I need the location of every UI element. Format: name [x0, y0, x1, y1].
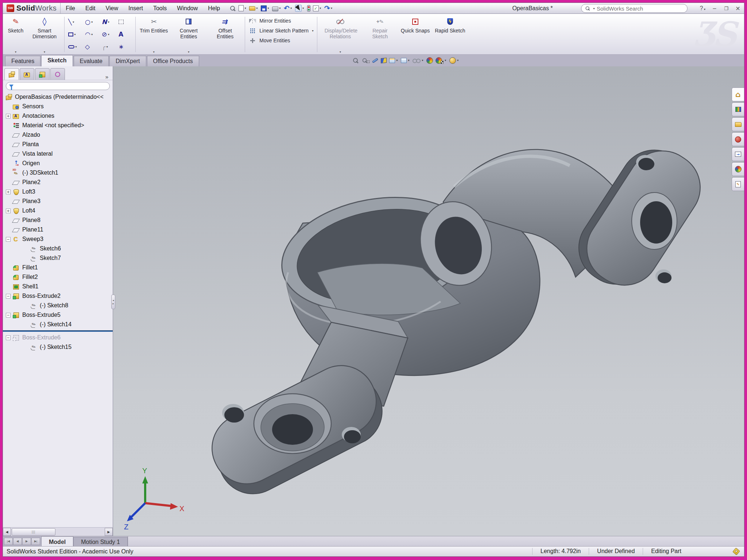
panel-tab-configuration-manager[interactable]: [35, 68, 50, 80]
print-button[interactable]: ▼: [271, 4, 282, 13]
search-dropdown-icon[interactable]: ▼: [593, 7, 595, 10]
previous-view-button[interactable]: [371, 55, 379, 65]
doc-tab-motion-study-1[interactable]: Motion Study 1: [73, 537, 128, 546]
chevron-down-icon[interactable]: ▼: [407, 59, 410, 62]
close-button[interactable]: ✕: [734, 5, 742, 12]
chevron-down-icon[interactable]: ▼: [75, 46, 77, 48]
view-palette-button[interactable]: →: [732, 147, 744, 161]
restore-button[interactable]: ❐: [722, 6, 730, 11]
tab-office-products[interactable]: Office Products: [147, 56, 199, 66]
first-tab-button[interactable]: |◀: [4, 538, 13, 545]
custom-properties-button[interactable]: ✎: [732, 177, 744, 191]
chevron-down-icon[interactable]: ▼: [107, 21, 110, 23]
tree-item-sketch15[interactable]: (-) Sketch15: [3, 342, 113, 352]
menu-insert[interactable]: Insert: [123, 3, 148, 13]
menu-tools[interactable]: Tools: [148, 3, 172, 13]
chevron-down-icon[interactable]: ▼: [457, 59, 459, 62]
chevron-down-icon[interactable]: ▼: [330, 7, 333, 9]
save-button[interactable]: ▼: [260, 4, 270, 13]
panel-splitter-handle[interactable]: ◂▸: [111, 295, 115, 309]
menu-file[interactable]: File: [61, 3, 80, 13]
display-delete-relations-button[interactable]: Display/Delete Relations▼: [319, 15, 362, 54]
tree-item-sketch14[interactable]: (-) Sketch14: [3, 320, 113, 329]
chevron-down-icon[interactable]: ▼: [72, 21, 75, 23]
tree-item-shell1[interactable]: Shell1: [3, 282, 113, 291]
tree-item-sketch6[interactable]: Sketch6: [3, 244, 113, 253]
tree-item-plane8[interactable]: Plane8: [3, 215, 113, 225]
tree-item-3dsketch1[interactable]: (-) 3DSketch1: [3, 168, 113, 178]
sketch-tool-ellipse-button[interactable]: ⊘▼: [100, 29, 116, 39]
section-view-button[interactable]: [380, 55, 388, 65]
edit-appearance-button[interactable]: [425, 55, 434, 65]
tree-item-sweep3[interactable]: −Sweep3: [3, 234, 113, 244]
zoom-to-fit-button[interactable]: [351, 55, 360, 65]
linear-sketch-pattern-button[interactable]: Linear Sketch Pattern▼: [248, 27, 314, 35]
rapid-sketch-button[interactable]: ϟRapid Sketch: [432, 15, 468, 54]
chevron-down-icon[interactable]: ▼: [91, 33, 93, 36]
quick-snaps-button[interactable]: Quick Snaps: [398, 15, 432, 54]
chevron-down-icon[interactable]: ▼: [152, 51, 155, 53]
solidworks-resources-button[interactable]: ⌂: [732, 88, 744, 101]
convert-entities-button[interactable]: Convert Entities▼: [170, 15, 207, 54]
sketch-button[interactable]: ✎Sketch▼: [5, 15, 26, 54]
chevron-down-icon[interactable]: ▼: [106, 46, 108, 48]
undo-button[interactable]: ↶▼: [283, 4, 293, 13]
solidworks-search-box[interactable]: ▼: [581, 4, 688, 13]
part-3d-model[interactable]: Y X Z: [113, 66, 744, 536]
tree-item-sketch8[interactable]: (-) Sketch8: [3, 301, 113, 310]
chevron-down-icon[interactable]: ▼: [421, 59, 424, 62]
tree-item-plane11[interactable]: Plane11: [3, 225, 113, 234]
new-document-button[interactable]: ▼: [238, 4, 247, 13]
tree-item-origen[interactable]: Origen: [3, 159, 113, 168]
tree-item-sensors[interactable]: Sensors: [3, 102, 113, 111]
appearances-scenes-button[interactable]: [732, 162, 744, 176]
expander-plus-icon[interactable]: +: [6, 209, 11, 213]
expander-minus-icon[interactable]: −: [6, 313, 11, 318]
sketch-tool-point-button[interactable]: ∗: [117, 42, 133, 52]
chevron-down-icon[interactable]: ▼: [339, 51, 341, 53]
chevron-down-icon[interactable]: ▼: [396, 59, 398, 62]
chevron-down-icon[interactable]: ▼: [244, 7, 247, 9]
menu-pin-button[interactable]: [229, 4, 237, 13]
repair-sketch-button[interactable]: +✎Repair Sketch: [362, 15, 398, 54]
expander-plus-icon[interactable]: +: [6, 190, 11, 194]
chevron-down-icon[interactable]: ▼: [256, 7, 258, 9]
tree-item-boss-extrude2[interactable]: −Boss-Extrude2: [3, 291, 113, 301]
sketch-tool-spline-button[interactable]: N▼: [100, 17, 116, 27]
tree-item-planta[interactable]: Planta: [3, 140, 113, 149]
chevron-down-icon[interactable]: ▼: [279, 7, 281, 9]
search-button[interactable]: [732, 132, 744, 146]
filter-input[interactable]: [16, 83, 107, 89]
smart-dimension-button[interactable]: ◊Smart Dimension▼: [26, 15, 63, 54]
tag-icon[interactable]: [732, 548, 740, 555]
sketch-tool-rectangle-button[interactable]: ▼: [67, 29, 83, 39]
tree-item-boss-extrude5[interactable]: −Boss-Extrude5: [3, 310, 113, 320]
menu-view[interactable]: View: [101, 3, 123, 13]
previous-tab-button[interactable]: ◀: [13, 538, 22, 545]
chevron-down-icon[interactable]: ▼: [187, 51, 190, 53]
tree-item-loft4[interactable]: +Loft4: [3, 206, 113, 215]
expander-minus-icon[interactable]: −: [6, 237, 11, 242]
menu-help[interactable]: Help: [203, 3, 225, 13]
view-orientation-button[interactable]: ▼: [388, 55, 399, 65]
scroll-right-button[interactable]: ▶: [105, 528, 113, 536]
chevron-down-icon[interactable]: ▼: [290, 7, 293, 9]
chevron-down-icon[interactable]: ▼: [15, 51, 17, 53]
chevron-down-icon[interactable]: ▼: [267, 7, 270, 9]
chevron-down-icon[interactable]: ▼: [444, 59, 447, 62]
next-tab-button[interactable]: ▶: [22, 538, 31, 545]
graphics-viewport[interactable]: Y X Z ⌂→✎: [113, 66, 744, 536]
select-button[interactable]: ▼: [294, 4, 305, 13]
tab-features[interactable]: Features: [5, 56, 40, 66]
tree-item-sketch7[interactable]: Sketch7: [3, 253, 113, 263]
zoom-to-area-button[interactable]: [360, 55, 371, 65]
rebuild-traffic-light-button[interactable]: [306, 4, 311, 13]
sketch-tool-sketch-fillet-button[interactable]: ╭▼: [100, 42, 116, 52]
tree-item-plane2[interactable]: Plane2: [3, 178, 113, 187]
tab-sketch[interactable]: Sketch: [41, 55, 73, 66]
tree-item-vista-lateral[interactable]: Vista lateral: [3, 149, 113, 159]
hide-show-items-button[interactable]: ▼: [411, 55, 425, 65]
sketch-tool-text-button[interactable]: A: [117, 29, 133, 39]
sketch-tool-line-button[interactable]: ╲▼: [67, 17, 83, 27]
tree-item-fillet2[interactable]: Fillet2: [3, 272, 113, 282]
